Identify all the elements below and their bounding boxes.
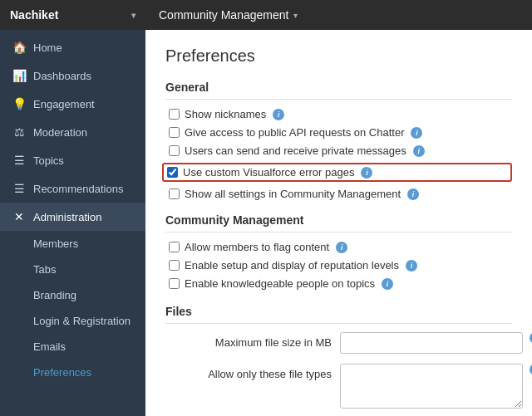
- home-icon: 🏠: [12, 41, 27, 54]
- sidebar-item-dashboards[interactable]: 📊 Dashboards: [0, 61, 145, 90]
- community-section: Community Management Allow members to fl…: [165, 213, 512, 290]
- page-title: Preferences: [165, 46, 512, 66]
- community-section-title: Community Management: [165, 213, 512, 232]
- file-types-textarea[interactable]: [340, 364, 523, 409]
- main-layout: 🏠 Home 📊 Dashboards 💡 Engagement ⚖ Moder…: [0, 30, 532, 416]
- administration-icon: ✕: [12, 210, 27, 223]
- sidebar-item-moderation[interactable]: ⚖ Moderation: [0, 118, 145, 146]
- show-nicknames-info-icon[interactable]: i: [273, 109, 284, 120]
- show-nicknames-checkbox[interactable]: [169, 109, 180, 120]
- max-file-size-label: Maximum file size in MB: [165, 332, 332, 349]
- private-messages-info-icon[interactable]: i: [413, 145, 425, 157]
- sidebar-item-topics-label: Topics: [33, 154, 64, 167]
- show-all-settings-info-icon[interactable]: i: [407, 188, 419, 200]
- sidebar-subitem-tabs-label: Tabs: [33, 263, 56, 276]
- sidebar-subitem-emails-label: Emails: [33, 340, 66, 353]
- reputation-levels-info-icon[interactable]: i: [406, 260, 417, 272]
- custom-vf-info-icon[interactable]: i: [361, 167, 372, 179]
- sidebar-subitem-members[interactable]: Members: [0, 231, 145, 257]
- knowledgeable-people-info-icon[interactable]: i: [382, 278, 393, 290]
- show-all-settings-label[interactable]: Show all settings in Community Managemen…: [185, 188, 401, 200]
- topbar: Nachiket ▾ Community Management ▾: [0, 0, 532, 30]
- flag-content-info-icon[interactable]: i: [336, 242, 347, 253]
- sidebar-subitem-login-registration-label: Login & Registration: [33, 315, 131, 327]
- sidebar-subitem-preferences-label: Preferences: [33, 366, 91, 379]
- flag-content-row: Allow members to flag content i: [165, 241, 512, 253]
- knowledgeable-people-checkbox[interactable]: [169, 278, 180, 289]
- show-all-settings-row: Show all settings in Community Managemen…: [165, 188, 512, 200]
- title-chevron-icon: ▾: [293, 11, 298, 20]
- flag-content-checkbox[interactable]: [169, 242, 180, 252]
- max-file-size-input-wrap: i: [340, 332, 532, 354]
- brand-chevron-icon: ▾: [131, 11, 135, 20]
- sidebar-item-administration-label: Administration: [33, 211, 101, 223]
- general-section: General Show nicknames i Give access to …: [165, 81, 512, 200]
- dashboards-icon: 📊: [12, 69, 27, 82]
- files-section-title: Files: [165, 305, 512, 324]
- brand-name: Nachiket: [10, 8, 58, 22]
- show-nicknames-row: Show nicknames i: [165, 108, 512, 120]
- private-messages-row: Users can send and receive private messa…: [165, 144, 512, 157]
- general-section-title: General: [165, 81, 512, 100]
- sidebar-item-recommendations-label: Recommendations: [33, 183, 123, 195]
- sidebar-item-home[interactable]: 🏠 Home: [0, 33, 145, 61]
- max-file-size-row: Maximum file size in MB i: [165, 332, 512, 354]
- private-messages-label[interactable]: Users can send and receive private messa…: [185, 144, 406, 157]
- engagement-icon: 💡: [12, 97, 27, 110]
- public-api-label[interactable]: Give access to public API requests on Ch…: [185, 126, 404, 139]
- sidebar-item-moderation-label: Moderation: [33, 126, 87, 139]
- knowledgeable-people-row: Enable knowledgeable people on topics i: [165, 277, 512, 290]
- sidebar-item-topics[interactable]: ☰ Topics: [0, 146, 145, 174]
- sidebar-item-home-label: Home: [33, 42, 62, 54]
- sidebar-item-engagement[interactable]: 💡 Engagement: [0, 90, 145, 118]
- app-title: Community Management: [159, 8, 288, 22]
- public-api-checkbox[interactable]: [169, 127, 180, 138]
- sidebar-item-recommendations[interactable]: ☰ Recommendations: [0, 174, 145, 203]
- reputation-levels-checkbox[interactable]: [169, 260, 180, 271]
- topics-icon: ☰: [12, 154, 27, 167]
- sidebar-subitem-emails[interactable]: Emails: [0, 334, 145, 360]
- custom-vf-row: Use custom Visualforce error pages i: [162, 163, 512, 182]
- knowledgeable-people-label[interactable]: Enable knowledgeable people on topics: [185, 277, 375, 290]
- custom-vf-checkbox[interactable]: [167, 167, 178, 178]
- sidebar-subitem-preferences[interactable]: Preferences: [0, 360, 145, 385]
- reputation-levels-label[interactable]: Enable setup and display of reputation l…: [185, 259, 399, 272]
- private-messages-checkbox[interactable]: [169, 145, 180, 156]
- recommendations-icon: ☰: [12, 182, 27, 195]
- topbar-title: Community Management ▾: [145, 8, 532, 22]
- public-api-info-icon[interactable]: i: [411, 127, 422, 139]
- reputation-levels-row: Enable setup and display of reputation l…: [165, 259, 512, 272]
- flag-content-label[interactable]: Allow members to flag content: [185, 241, 329, 253]
- sidebar-subitem-members-label: Members: [33, 237, 78, 250]
- sidebar-subitem-tabs[interactable]: Tabs: [0, 257, 145, 282]
- file-types-input-wrap: i: [340, 364, 532, 409]
- sidebar: 🏠 Home 📊 Dashboards 💡 Engagement ⚖ Moder…: [0, 30, 145, 416]
- max-file-size-input[interactable]: [340, 332, 523, 354]
- show-nicknames-label[interactable]: Show nicknames: [185, 108, 266, 120]
- file-types-row: Allow only these file types i: [165, 364, 512, 409]
- files-section: Files Maximum file size in MB i Allow on…: [165, 305, 512, 409]
- public-api-row: Give access to public API requests on Ch…: [165, 126, 512, 139]
- main-content: Preferences General Show nicknames i Giv…: [145, 30, 532, 416]
- sidebar-subitem-branding-label: Branding: [33, 289, 76, 301]
- sidebar-subitem-branding[interactable]: Branding: [0, 282, 145, 308]
- topbar-brand[interactable]: Nachiket ▾: [0, 8, 145, 22]
- custom-vf-label[interactable]: Use custom Visualforce error pages: [183, 166, 354, 179]
- sidebar-item-engagement-label: Engagement: [33, 98, 95, 110]
- show-all-settings-checkbox[interactable]: [169, 188, 180, 199]
- sidebar-subitem-login-registration[interactable]: Login & Registration: [0, 308, 145, 334]
- moderation-icon: ⚖: [12, 125, 27, 139]
- sidebar-item-administration[interactable]: ✕ Administration: [0, 203, 145, 231]
- file-types-label: Allow only these file types: [165, 364, 332, 380]
- sidebar-item-dashboards-label: Dashboards: [33, 70, 91, 82]
